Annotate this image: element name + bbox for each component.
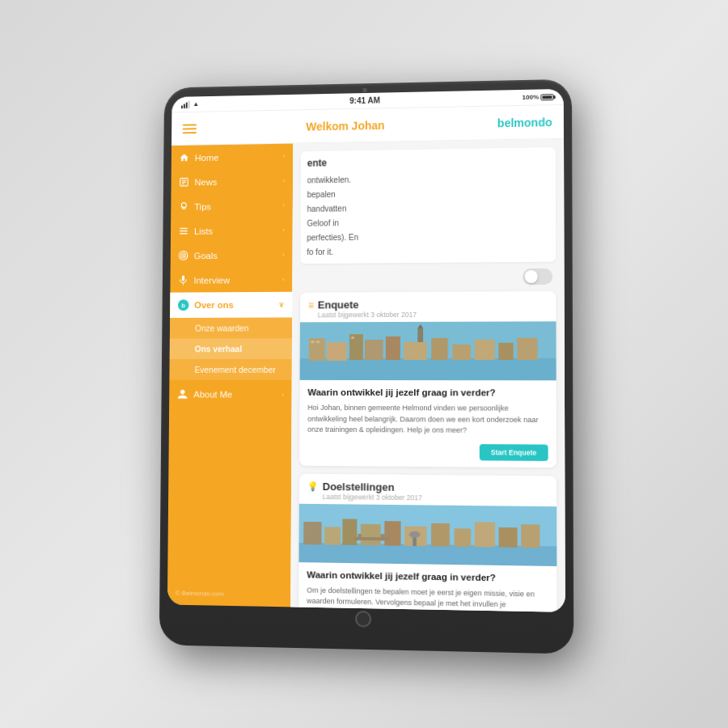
sidebar-item-interview[interactable]: Interview ›	[170, 267, 292, 292]
enquete-image	[300, 322, 557, 381]
svg-rect-40	[499, 527, 518, 548]
doelstellingen-title: Doelstellingen	[323, 480, 422, 493]
svg-rect-25	[316, 341, 320, 343]
svg-rect-46	[381, 534, 385, 540]
sidebar-item-overons[interactable]: b Over ons ∨	[170, 292, 292, 318]
home-button[interactable]	[355, 611, 371, 628]
svg-rect-34	[361, 523, 381, 545]
status-battery: 100%	[523, 93, 554, 101]
doelstellingen-content-title: Waarin ontwikkel jij jezelf graag in ver…	[307, 569, 548, 585]
svg-rect-39	[475, 522, 495, 547]
sidebar-item-goals[interactable]: Goals ›	[171, 243, 293, 269]
svg-point-9	[183, 255, 184, 256]
doelstellingen-icon: 💡	[307, 480, 319, 491]
svg-rect-23	[517, 338, 537, 360]
svg-rect-24	[311, 341, 314, 343]
tablet-shell: ▲ 9:41 AM 100% Welkom Joha	[159, 79, 574, 654]
card-doelstellingen: 💡 Doelstellingen Laatst bijgewerkt 3 okt…	[298, 473, 557, 612]
svg-rect-27	[417, 328, 423, 342]
status-signal: ▲	[181, 100, 199, 108]
sidebar-sub-evenement[interactable]: Evenement december	[169, 359, 291, 380]
svg-rect-19	[431, 338, 447, 360]
overons-label: Over ons	[194, 300, 234, 310]
svg-rect-30	[298, 543, 557, 566]
svg-rect-26	[351, 336, 353, 339]
sidebar-item-lists-label: Lists	[194, 226, 213, 235]
svg-rect-20	[452, 345, 471, 360]
sidebar-sub-onsverhaal[interactable]: Ons verhaal	[170, 338, 292, 359]
sidebar-item-interview-label: Interview	[193, 275, 230, 285]
status-time: 9:41 AM	[349, 96, 380, 106]
sidebar: Home › News › Tips	[167, 144, 293, 607]
page-text-overlay: ente ontwikkelen. bepalen handvatten Gel…	[300, 147, 556, 264]
enquete-title: Enquete	[318, 298, 417, 311]
svg-rect-18	[404, 342, 426, 360]
svg-rect-38	[455, 528, 472, 547]
svg-rect-31	[303, 522, 321, 544]
toggle-switch[interactable]	[523, 269, 552, 285]
doelstellingen-image	[298, 503, 557, 565]
svg-rect-21	[475, 340, 495, 360]
svg-rect-22	[498, 343, 513, 360]
sidebar-item-news[interactable]: News ›	[171, 168, 293, 194]
nav-brand: belmondo	[497, 116, 552, 129]
tablet-screen: ▲ 9:41 AM 100% Welkom Joha	[167, 89, 565, 612]
svg-rect-16	[365, 340, 383, 360]
enquete-button[interactable]: Start Enquete	[480, 444, 548, 461]
enquete-date: Laatst bijgewerkt 3 oktober 2017	[318, 311, 417, 319]
sidebar-sub-onzewaarden[interactable]: Onze waarden	[170, 317, 292, 338]
svg-rect-37	[431, 523, 450, 546]
hamburger-button[interactable]	[183, 124, 197, 133]
sidebar-item-aboutme[interactable]: About Me ›	[169, 382, 292, 408]
sidebar-item-lists[interactable]: Lists ›	[171, 218, 293, 243]
svg-rect-32	[324, 527, 341, 544]
svg-rect-12	[300, 358, 557, 380]
sidebar-item-home-label: Home	[195, 152, 219, 162]
enquete-icon: ≡	[308, 300, 314, 311]
card-enquete: ≡ Enquete Laatst bijgewerkt 3 oktober 20…	[299, 291, 557, 468]
doelstellingen-date: Laatst bijgewerkt 3 oktober 2017	[323, 493, 422, 502]
svg-rect-14	[327, 342, 347, 361]
sidebar-item-goals-label: Goals	[194, 251, 218, 260]
nav-title: Welkom Johan	[306, 119, 384, 133]
sidebar-item-tips[interactable]: Tips ›	[171, 193, 293, 218]
sidebar-footer: © Belmondo.com	[167, 582, 290, 607]
svg-rect-33	[342, 518, 357, 545]
svg-rect-35	[384, 521, 400, 546]
svg-rect-45	[358, 533, 362, 540]
svg-rect-41	[521, 524, 540, 548]
enquete-content-text: Hoi Johan, binnen gemeente Helmond vinde…	[307, 403, 548, 437]
sidebar-item-news-label: News	[194, 177, 217, 187]
sidebar-item-home[interactable]: Home ›	[171, 144, 294, 171]
sidebar-item-tips-label: Tips	[194, 201, 211, 211]
main-layout: Home › News › Tips	[167, 139, 565, 612]
toggle-row	[300, 269, 556, 286]
svg-rect-17	[386, 336, 400, 360]
aboutme-label: About Me	[193, 390, 232, 400]
content-area: ente ontwikkelen. bepalen handvatten Gel…	[290, 139, 565, 612]
enquete-content-title: Waarin ontwikkel jij jezelf graag in ver…	[307, 387, 548, 400]
